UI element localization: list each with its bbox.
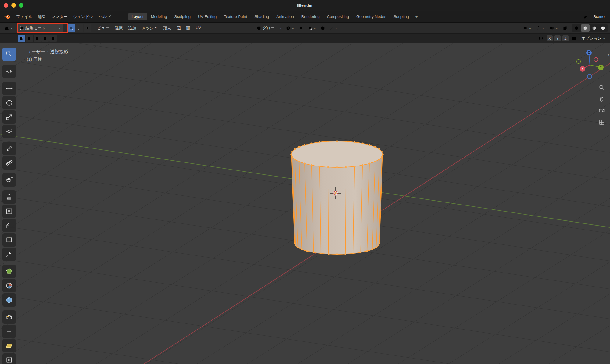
workspace-tab-shading[interactable]: Shading xyxy=(251,13,272,20)
tool-loop-cut[interactable] xyxy=(2,233,16,247)
mirror-y-button[interactable]: Y xyxy=(554,35,561,41)
mirror-z-button[interactable]: Z xyxy=(562,35,569,41)
material-sphere-icon xyxy=(592,26,597,30)
snap-toggle-button[interactable] xyxy=(297,24,305,32)
menu-face[interactable]: 面 xyxy=(183,24,193,32)
object-visibility-dropdown[interactable]: ⌄ xyxy=(521,24,533,32)
xray-toggle-button[interactable] xyxy=(561,24,569,32)
mode-selector[interactable]: 編集モード ⌄ xyxy=(18,24,63,32)
tool-annotate[interactable] xyxy=(2,142,16,155)
tool-rip-region[interactable] xyxy=(2,353,16,364)
mirror-toggle[interactable] xyxy=(537,35,545,42)
tool-add-cube[interactable] xyxy=(2,173,16,187)
pan-button[interactable] xyxy=(598,95,606,103)
menu-edit[interactable]: 編集 xyxy=(35,13,48,21)
select-subtract-button[interactable] xyxy=(34,35,41,42)
scene-selector[interactable]: ⌄ Scene xyxy=(583,14,606,19)
solid-shading-button[interactable] xyxy=(581,24,590,32)
edge-select-button[interactable] xyxy=(75,24,83,32)
viewport-canvas[interactable] xyxy=(0,43,610,364)
viewport-3d[interactable]: ユーザー・透視投影 (1) 円柱 xyxy=(0,43,610,364)
menu-edge[interactable]: 辺 xyxy=(174,24,183,32)
close-button[interactable] xyxy=(4,3,8,8)
tool-transform[interactable] xyxy=(2,125,16,138)
orthographic-toggle-button[interactable] xyxy=(598,118,606,126)
menu-mesh[interactable]: メッシュ xyxy=(139,24,160,32)
blender-menu-button[interactable] xyxy=(4,14,11,20)
add-cube-icon xyxy=(5,176,13,184)
inset-faces-icon xyxy=(5,208,13,215)
menu-render[interactable]: レンダー xyxy=(48,13,70,21)
select-invert-button[interactable] xyxy=(41,35,49,42)
overlays-dropdown[interactable]: ⌄ xyxy=(547,24,560,32)
material-preview-button[interactable] xyxy=(590,24,598,32)
transform-orientation-dropdown[interactable]: グロー... ⌄ xyxy=(255,24,283,32)
cylinder-object[interactable] xyxy=(290,140,384,255)
global-orientation-icon xyxy=(257,26,261,30)
tool-bevel[interactable] xyxy=(2,219,16,232)
workspace-tab-modeling[interactable]: Modeling xyxy=(148,13,170,20)
cursor-tool-icon xyxy=(5,68,13,75)
workspace-tab-sculpting[interactable]: Sculpting xyxy=(171,13,194,20)
sidebar-toggle[interactable]: ‹ xyxy=(608,52,609,57)
gizmo-neg-y-ball[interactable] xyxy=(577,60,581,64)
tool-shear[interactable] xyxy=(2,339,16,352)
workspace-tab-geometry-nodes[interactable]: Geometry Nodes xyxy=(353,13,389,20)
tool-scale[interactable] xyxy=(2,110,16,124)
menu-vertex[interactable]: 頂点 xyxy=(160,24,174,32)
camera-view-button[interactable] xyxy=(598,107,606,115)
snap-settings-dropdown[interactable]: ⌄ xyxy=(306,24,318,32)
zoom-button-viewport[interactable] xyxy=(598,84,606,91)
tool-knife[interactable] xyxy=(2,248,16,261)
workspace-tab-texture-paint[interactable]: Texture Paint xyxy=(221,13,250,20)
gizmo-neg-x-ball[interactable] xyxy=(594,58,598,62)
vertex-select-button[interactable] xyxy=(67,24,75,32)
tool-select-box[interactable] xyxy=(2,48,16,61)
tool-smooth[interactable] xyxy=(2,293,16,307)
add-workspace-button[interactable]: + xyxy=(413,13,420,20)
tool-inset-faces[interactable] xyxy=(2,205,16,218)
proportional-falloff-dropdown[interactable]: ⌄ xyxy=(328,24,340,32)
pivot-point-dropdown[interactable]: ⌄ xyxy=(284,24,296,32)
tool-shrink-fatten[interactable] xyxy=(2,325,16,338)
proportional-edit-toggle[interactable] xyxy=(318,24,327,32)
gizmo-neg-z-ball[interactable] xyxy=(587,74,592,79)
tool-move[interactable] xyxy=(2,82,16,95)
menu-add[interactable]: 追加 xyxy=(125,24,139,32)
workspace-tab-layout[interactable]: Layout xyxy=(128,13,147,20)
select-set-button[interactable] xyxy=(18,35,25,42)
wireframe-shading-button[interactable] xyxy=(572,24,581,32)
tool-rotate[interactable] xyxy=(2,96,16,109)
tool-extrude-region[interactable] xyxy=(2,190,16,204)
select-intersect-button[interactable] xyxy=(49,35,57,42)
tool-edge-slide[interactable] xyxy=(2,310,16,324)
editor-type-button[interactable]: ⌄ xyxy=(2,24,15,32)
navigation-gizmo[interactable]: Z Y X xyxy=(575,50,605,80)
menu-help[interactable]: ヘルプ xyxy=(96,13,114,21)
menu-uv[interactable]: UV xyxy=(193,24,204,32)
gizmos-dropdown[interactable]: ⌄ xyxy=(534,24,547,32)
menu-file[interactable]: ファイル xyxy=(13,13,35,21)
workspace-tab-rendering[interactable]: Rendering xyxy=(298,13,323,20)
loop-cut-icon xyxy=(5,236,13,244)
workspace-tab-compositing[interactable]: Compositing xyxy=(324,13,352,20)
object-origin-dot xyxy=(335,192,336,194)
workspace-tab-uv-editing[interactable]: UV Editing xyxy=(195,13,220,20)
options-dropdown[interactable]: オプション ⌄ xyxy=(580,35,607,42)
workspace-tab-animation[interactable]: Animation xyxy=(273,13,297,20)
snap-base-button[interactable] xyxy=(570,35,578,42)
tool-cursor[interactable] xyxy=(2,65,16,78)
maximize-button[interactable] xyxy=(19,3,23,8)
minimize-button[interactable] xyxy=(11,3,16,8)
menu-window[interactable]: ウィンドウ xyxy=(70,13,96,21)
menu-view[interactable]: ビュー xyxy=(95,24,112,32)
tool-poly-build[interactable] xyxy=(2,265,16,278)
workspace-tab-scripting[interactable]: Scripting xyxy=(390,13,412,20)
face-select-button[interactable] xyxy=(84,24,92,32)
tool-measure[interactable] xyxy=(2,156,16,170)
tool-spin[interactable] xyxy=(2,279,16,292)
rendered-shading-button[interactable] xyxy=(599,24,607,32)
select-extend-button[interactable] xyxy=(26,35,33,42)
menu-select[interactable]: 選択 xyxy=(112,24,125,32)
mirror-x-button[interactable]: X xyxy=(547,35,553,41)
